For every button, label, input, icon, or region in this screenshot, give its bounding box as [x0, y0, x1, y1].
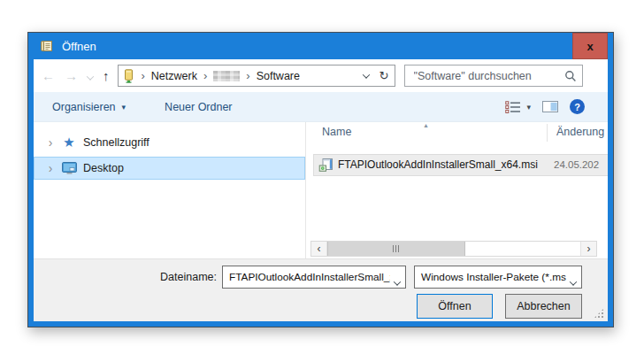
- filetype-dropdown-icon[interactable]: [571, 276, 576, 289]
- breadcrumb-separator: ›: [203, 69, 207, 82]
- search-icon[interactable]: [564, 70, 577, 82]
- filetype-value: Windows Installer-Pakete (*.ms: [415, 271, 566, 283]
- organize-label: Organisieren: [52, 101, 116, 113]
- window-title: Öffnen: [62, 40, 96, 53]
- file-list: Name ▲ Änderung: [306, 122, 608, 258]
- expand-chevron-icon[interactable]: ›: [46, 161, 55, 175]
- expand-chevron-icon[interactable]: ›: [46, 135, 55, 150]
- address-breadcrumb[interactable]: › Netzwerk › › Software ↻: [118, 65, 395, 87]
- address-dropdown-icon[interactable]: [362, 71, 369, 78]
- refresh-icon[interactable]: ↻: [380, 69, 389, 82]
- search-box: [404, 65, 583, 87]
- quick-access-star-icon: ★: [61, 135, 77, 150]
- chevron-down-icon: ▾: [526, 103, 531, 112]
- network-drive-icon: [122, 69, 135, 83]
- scroll-icon: [40, 39, 54, 53]
- close-button[interactable]: x: [572, 33, 608, 59]
- sidebar-item-label: Schnellzugriff: [83, 136, 150, 149]
- file-modified-date: 24.05.202: [554, 155, 599, 175]
- file-row[interactable]: FTAPIOutlookAddInInstallerSmall_x64.msi …: [313, 154, 608, 176]
- chevron-down-icon: ▾: [122, 103, 126, 112]
- forward-button[interactable]: →: [65, 69, 78, 82]
- desktop-monitor-icon: [61, 162, 77, 174]
- column-header-name[interactable]: Name: [322, 126, 351, 138]
- open-button[interactable]: Öffnen: [417, 294, 493, 319]
- page-background: Öffnen x ← → ↑: [0, 0, 644, 362]
- sidebar-item-desktop[interactable]: › Desktop: [34, 157, 305, 180]
- recent-locations-chevron-icon[interactable]: [88, 68, 93, 84]
- resize-grip[interactable]: [594, 308, 604, 319]
- sort-ascending-icon: ▲: [423, 122, 429, 128]
- filename-dropdown-icon[interactable]: [395, 276, 400, 289]
- up-button[interactable]: ↑: [103, 69, 110, 82]
- breadcrumb-software[interactable]: Software: [257, 70, 300, 82]
- navigation-sidebar: › ★ Schnellzugriff ›: [34, 122, 305, 258]
- breadcrumb-separator: ›: [246, 69, 249, 82]
- organize-button[interactable]: Organisieren ▾: [52, 101, 126, 113]
- breadcrumb-separator: ›: [142, 69, 145, 82]
- navigation-bar: ← → ↑ › Netzwerk ›: [34, 59, 608, 92]
- breadcrumb-redacted-segment[interactable]: [213, 71, 240, 81]
- command-toolbar: Organisieren ▾ Neuer Ordner ▾: [34, 92, 608, 122]
- scroll-left-button[interactable]: ‹: [311, 242, 327, 256]
- filename-input[interactable]: [223, 266, 390, 288]
- filename-combobox: [222, 266, 406, 289]
- cancel-button[interactable]: Abbrechen: [505, 294, 582, 319]
- file-name: FTAPIOutlookAddInInstallerSmall_x64.msi: [338, 155, 538, 175]
- dialog-content: ← → ↑ › Netzwerk ›: [34, 59, 608, 321]
- help-button[interactable]: ?: [570, 99, 585, 114]
- sidebar-item-schnellzugriff[interactable]: › ★ Schnellzugriff: [34, 131, 305, 154]
- titlebar[interactable]: Öffnen x: [28, 33, 613, 59]
- sidebar-item-label: Desktop: [83, 162, 124, 174]
- msi-installer-icon: [318, 158, 334, 173]
- open-dialog: Öffnen x ← → ↑: [27, 32, 614, 327]
- main-area: › ★ Schnellzugriff ›: [34, 122, 608, 258]
- scrollbar-track[interactable]: [465, 242, 580, 256]
- scroll-right-button[interactable]: ›: [580, 242, 596, 256]
- column-divider[interactable]: [547, 124, 548, 142]
- scrollbar-thumb[interactable]: [327, 242, 465, 256]
- list-view-icon: [505, 101, 521, 113]
- dialog-footer: Dateiname: Windows Installer-Pakete (*.m…: [34, 258, 608, 321]
- change-view-button[interactable]: ▾: [505, 101, 531, 113]
- back-button[interactable]: ←: [42, 69, 55, 82]
- new-folder-button[interactable]: Neuer Ordner: [165, 101, 232, 113]
- breadcrumb-netzwerk[interactable]: Netzwerk: [151, 70, 197, 82]
- filetype-select[interactable]: Windows Installer-Pakete (*.ms: [414, 266, 582, 289]
- filename-label: Dateiname:: [122, 266, 217, 289]
- horizontal-scrollbar: ‹ ›: [310, 241, 597, 257]
- preview-pane-button[interactable]: [542, 101, 558, 112]
- search-input[interactable]: [412, 69, 564, 83]
- column-header-modified[interactable]: Änderung: [556, 126, 604, 138]
